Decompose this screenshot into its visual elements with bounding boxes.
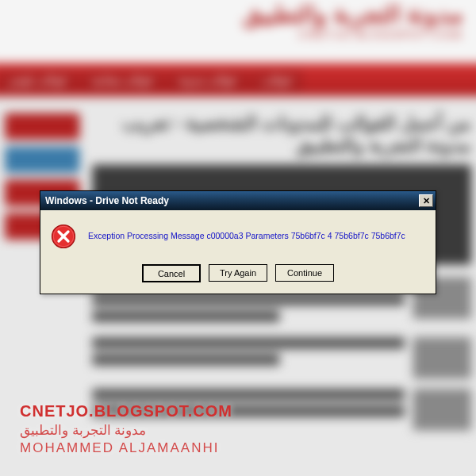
watermark-author: MOHAMMED ALJAMAANHI: [20, 440, 232, 456]
bg-site-title: مدونة التجربة والتطبيق: [13, 1, 463, 29]
watermark-arabic: مدونة التجربة والتطبيق: [20, 422, 232, 439]
error-icon: [50, 223, 77, 250]
bg-nav-item: قوالب: [250, 68, 303, 90]
dialog-title: Windows - Drive Not Ready: [45, 195, 169, 206]
bg-site-url: CNETJO.BLOGSPOT.COM: [13, 28, 463, 40]
try-again-button[interactable]: Try Again: [209, 264, 267, 282]
watermark-url: CNETJO.BLOGSPOT.COM: [20, 402, 232, 420]
bg-nav-item: قوالب بلوجر: [0, 68, 78, 90]
dialog-body: Exception Processing Message c00000a3 Pa…: [40, 210, 436, 294]
bg-nav: قوالب بلوجر قوالب مجانية قوالب مدونة قوا…: [0, 63, 476, 96]
watermark: CNETJO.BLOGSPOT.COM مدونة التجربة والتطب…: [20, 402, 232, 456]
bg-nav-item: قوالب مجانية: [79, 68, 164, 90]
cancel-button[interactable]: Cancel: [142, 264, 201, 282]
dialog-titlebar[interactable]: Windows - Drive Not Ready ✕: [40, 191, 436, 210]
dialog-button-row: Cancel Try Again Continue: [142, 264, 334, 282]
error-dialog: Windows - Drive Not Ready ✕ Exception Pr…: [40, 190, 436, 294]
dialog-message: Exception Processing Message c00000a3 Pa…: [88, 231, 405, 242]
close-button[interactable]: ✕: [419, 194, 433, 207]
continue-button[interactable]: Continue: [275, 264, 334, 282]
bg-nav-item: قوالب مدونة: [166, 68, 248, 90]
bg-post-title: من أجمل القوالب للمدونات الشخصية - تعريب…: [92, 113, 471, 157]
